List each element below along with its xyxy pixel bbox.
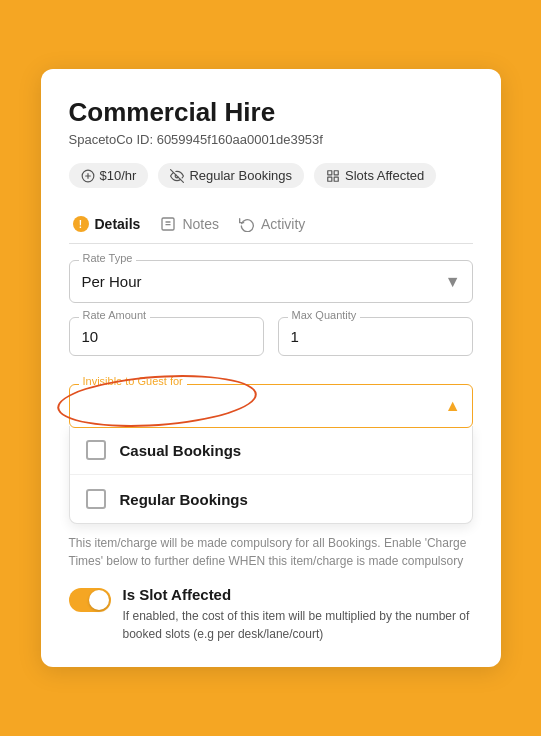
svg-rect-5 xyxy=(334,170,338,174)
slot-toggle-desc: If enabled, the cost of this item will b… xyxy=(123,607,473,643)
rate-badge-label: $10/hr xyxy=(100,168,137,183)
tab-bar: ! Details Notes Activity xyxy=(69,206,473,244)
tab-activity-label: Activity xyxy=(261,216,305,232)
notes-icon xyxy=(160,216,176,232)
rate-amount-label: Rate Amount xyxy=(79,309,151,321)
max-quantity-label: Max Quantity xyxy=(288,309,361,321)
slot-info: Is Slot Affected If enabled, the cost of… xyxy=(123,586,473,643)
bookings-badge[interactable]: Regular Bookings xyxy=(158,163,304,188)
page-title: Commercial Hire xyxy=(69,97,473,128)
max-quantity-input[interactable] xyxy=(278,317,473,356)
max-quantity-field: Max Quantity xyxy=(278,317,473,356)
casual-checkbox[interactable] xyxy=(86,440,106,460)
details-icon: ! xyxy=(73,216,89,232)
eye-off-icon xyxy=(170,169,184,183)
invisible-select[interactable] xyxy=(69,384,473,428)
bookings-badge-label: Regular Bookings xyxy=(189,168,292,183)
slots-badge[interactable]: Slots Affected xyxy=(314,163,436,188)
form-area: Rate Type Per Hour Per Day Per Session ▼… xyxy=(69,260,473,643)
activity-icon xyxy=(239,216,255,232)
rate-type-select[interactable]: Per Hour Per Day Per Session xyxy=(69,260,473,303)
regular-checkbox[interactable] xyxy=(86,489,106,509)
tab-activity[interactable]: Activity xyxy=(235,206,321,244)
tab-details-label: Details xyxy=(95,216,141,232)
badges-row: $10/hr Regular Bookings Slots Affected xyxy=(69,163,473,188)
slot-toggle[interactable] xyxy=(69,588,111,612)
slot-toggle-label: Is Slot Affected xyxy=(123,586,473,603)
rate-type-field: Rate Type Per Hour Per Day Per Session ▼ xyxy=(69,260,473,303)
svg-rect-7 xyxy=(334,177,338,181)
dropdown-item-regular[interactable]: Regular Bookings xyxy=(70,475,472,523)
spacetoco-id: SpacetoCo ID: 6059945f160aa0001de3953f xyxy=(69,132,473,147)
svg-rect-4 xyxy=(328,170,332,174)
invisible-field: Invisible to Guest for ▲ xyxy=(69,384,473,428)
slot-section: Is Slot Affected If enabled, the cost of… xyxy=(69,586,473,643)
rate-amount-field: Rate Amount xyxy=(69,317,264,356)
invisible-dropdown: Casual Bookings Regular Bookings xyxy=(69,426,473,524)
dropdown-item-casual[interactable]: Casual Bookings xyxy=(70,426,472,475)
grid-icon xyxy=(326,169,340,183)
casual-label: Casual Bookings xyxy=(120,442,242,459)
tab-notes[interactable]: Notes xyxy=(156,206,235,244)
rate-amount-input[interactable] xyxy=(69,317,264,356)
svg-rect-6 xyxy=(328,177,332,181)
amount-quantity-row: Rate Amount Max Quantity xyxy=(69,317,473,370)
toggle-knob xyxy=(89,590,109,610)
main-card: Commercial Hire SpacetoCo ID: 6059945f16… xyxy=(41,69,501,667)
tab-details[interactable]: ! Details xyxy=(69,206,157,244)
compulsory-note: This item/charge will be made compulsory… xyxy=(69,534,473,570)
dollar-icon xyxy=(81,169,95,183)
invisible-label: Invisible to Guest for xyxy=(79,375,187,387)
rate-badge[interactable]: $10/hr xyxy=(69,163,149,188)
regular-label: Regular Bookings xyxy=(120,491,248,508)
rate-type-label: Rate Type xyxy=(79,252,137,264)
tab-notes-label: Notes xyxy=(182,216,219,232)
slots-badge-label: Slots Affected xyxy=(345,168,424,183)
